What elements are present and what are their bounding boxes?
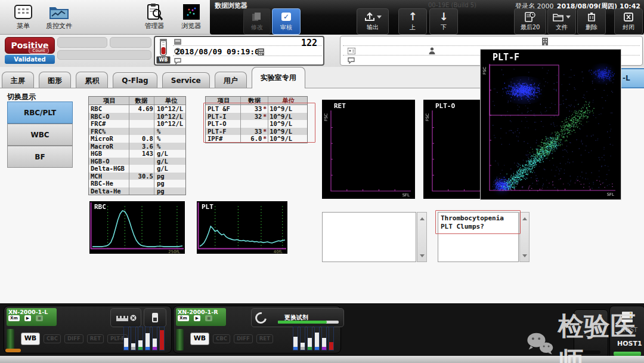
manager-label: 管理器 xyxy=(145,22,165,30)
reagent-bar xyxy=(131,327,136,350)
validate-button[interactable]: ✓ 审核 xyxy=(272,8,301,35)
table-row[interactable]: HGB143g/L xyxy=(89,150,185,158)
rbc-histogram[interactable] xyxy=(89,201,185,254)
table-header: 项目 数据 单位 xyxy=(89,97,185,105)
reagent-bar xyxy=(329,327,334,350)
validate-label: 审核 xyxy=(280,24,292,30)
data-browser-panel: 数据浏览器 00-19E (Build 5) 登录名 2000 2018/08/… xyxy=(210,0,644,35)
reagent-bar xyxy=(321,327,327,350)
analyzer-ready-indicator xyxy=(7,329,14,350)
scroll-down-icon[interactable] xyxy=(522,254,527,257)
reagent-replace-status[interactable]: 更换试剂 xyxy=(251,308,344,327)
table-row[interactable]: FRC%% xyxy=(89,128,185,136)
flag-message-box[interactable]: Thrombocytopenia PLT Clumps? xyxy=(438,212,519,262)
sampler-run-badge: ▶ xyxy=(194,315,200,321)
plt-histogram[interactable] xyxy=(197,201,287,254)
table-row[interactable]: Delta-HGBg/L xyxy=(89,165,185,173)
delete-button[interactable]: 删除 xyxy=(577,8,606,35)
id-card-icon xyxy=(348,48,355,54)
modify-label: 修改 xyxy=(251,24,263,30)
display-button-bf[interactable]: BF xyxy=(7,146,73,168)
plt-f-popup-window[interactable] xyxy=(480,49,621,200)
comment-box-empty[interactable] xyxy=(322,212,416,262)
validated-badge: Validated xyxy=(5,55,55,64)
modify-button[interactable]: 修改 xyxy=(243,8,271,35)
tab-user[interactable]: 用户 xyxy=(215,72,247,89)
prev-button[interactable]: ↑ 上 xyxy=(398,8,427,35)
tab-qflag[interactable]: Q-Flag xyxy=(113,72,157,88)
next-button[interactable]: ↓ 下 xyxy=(429,8,458,35)
assay-badge: DIFF xyxy=(64,334,83,343)
inactive-badge: ◼ xyxy=(205,315,212,321)
reagent-bar xyxy=(145,327,150,350)
tab-main[interactable]: 主屏 xyxy=(2,72,34,89)
watermark-text: 检验医师 xyxy=(558,309,644,363)
table-row[interactable]: MicroR0.8% xyxy=(89,135,185,143)
table-row[interactable]: HGB-Og/L xyxy=(89,158,185,165)
person-icon xyxy=(429,47,435,54)
manager-button[interactable]: 管理器 xyxy=(136,2,173,30)
delete-label: 删除 xyxy=(586,24,597,30)
table-row[interactable]: RBC-O10^12/L xyxy=(89,113,185,121)
analyzer-title-left: XN-2000-1-L X̄m ▶ ◼ xyxy=(7,308,57,326)
qc-file-button[interactable]: 质控文件 xyxy=(38,2,80,30)
dropdown-caret-icon xyxy=(566,16,571,19)
table-row[interactable]: PLT-F33*10^9/L xyxy=(206,128,307,136)
file-button[interactable]: 文件 xyxy=(547,8,576,35)
flag-scrollbar[interactable] xyxy=(519,212,530,262)
plt-parameter-table: 项目 数据 单位 PLT &F33*10^9/LPLT-I32*10^9/LPL… xyxy=(205,96,308,143)
comment-scrollbar[interactable] xyxy=(417,212,427,262)
xbar-m-badge: X̄m xyxy=(178,315,189,321)
close-x-icon xyxy=(615,10,642,23)
last20-label: 最后20 xyxy=(521,24,540,30)
analyzer-panel-left[interactable]: XN-2000-1-L X̄m ▶ ◼ WB CBCDIFFRETPLT-F xyxy=(4,306,172,353)
trash-icon xyxy=(578,10,605,23)
last20-button[interactable]: 最后20 xyxy=(514,8,546,35)
up-arrow-icon: ↑ xyxy=(399,10,426,23)
ret-scattergram[interactable] xyxy=(322,100,415,199)
table-row[interactable]: RBC-Hepg xyxy=(89,180,185,187)
sample-info-panel[interactable]: WB 122 2018/08/09 09:19:01 xyxy=(154,36,324,66)
assay-badge: RET xyxy=(87,334,104,343)
blood-tube-icon xyxy=(157,39,169,57)
attention-indicator xyxy=(5,349,21,352)
table-row[interactable]: IPF#6.0*10^9/L xyxy=(206,135,307,143)
plt-f-scattergram[interactable] xyxy=(481,50,620,198)
table-row[interactable]: PLT &F33*10^9/L xyxy=(206,105,307,113)
table-row[interactable]: RBC4.6910^12/L xyxy=(89,105,185,113)
table-row[interactable]: MCH30.5pg xyxy=(89,173,185,180)
tab-graph[interactable]: 图形 xyxy=(39,72,71,89)
close-button[interactable]: 封闭 xyxy=(614,8,643,35)
doc-clock-icon xyxy=(515,10,546,23)
qc-folder-icon xyxy=(38,2,80,21)
table-row[interactable]: PLT-O10^9/L xyxy=(206,120,307,128)
table-row[interactable]: MacroR3.6% xyxy=(89,143,185,150)
reagent-progress-fill xyxy=(278,321,327,324)
tab-lab-custom[interactable]: 实验室专用 xyxy=(252,67,305,88)
tab-cumulative[interactable]: 累积 xyxy=(76,72,108,89)
scroll-up-icon[interactable] xyxy=(522,217,527,220)
analyzer-ready-indicator xyxy=(176,329,184,350)
analyzer-panel-right[interactable]: XN-2000-1-R X̄m ▶ ◼ 更换试剂 WB CBCDIFFRET xyxy=(173,306,341,353)
assay-badge: DIFF xyxy=(234,334,253,343)
browser-button[interactable]: 浏览器 xyxy=(173,2,210,30)
switch-display-label: 切换显示 xyxy=(7,92,36,102)
busy-spinner-icon xyxy=(253,310,268,325)
scroll-down-icon[interactable] xyxy=(420,254,425,257)
display-button-wbc[interactable]: WBC xyxy=(7,124,73,146)
tab-service[interactable]: Service xyxy=(162,72,210,88)
table-row[interactable]: Delta-Hepg xyxy=(89,187,185,195)
cancel-circle-icon xyxy=(130,315,137,321)
reagent-progress-track xyxy=(278,321,339,324)
scroll-up-icon[interactable] xyxy=(420,217,425,220)
table-row[interactable]: FRC#10^12/L xyxy=(89,120,185,128)
rack-small-icon xyxy=(174,39,181,45)
rack-status-button[interactable] xyxy=(110,308,141,327)
menu-button[interactable]: 菜单 xyxy=(5,2,42,30)
table-row[interactable]: PLT-I32*10^9/L xyxy=(206,113,307,121)
count-badge: Count xyxy=(29,48,49,54)
output-button[interactable]: 输出 xyxy=(357,8,389,35)
display-button-rbc-plt[interactable]: RBC/PLT xyxy=(7,101,73,124)
tube-holder-button[interactable] xyxy=(144,308,166,327)
mode-badge: WB xyxy=(190,333,209,345)
